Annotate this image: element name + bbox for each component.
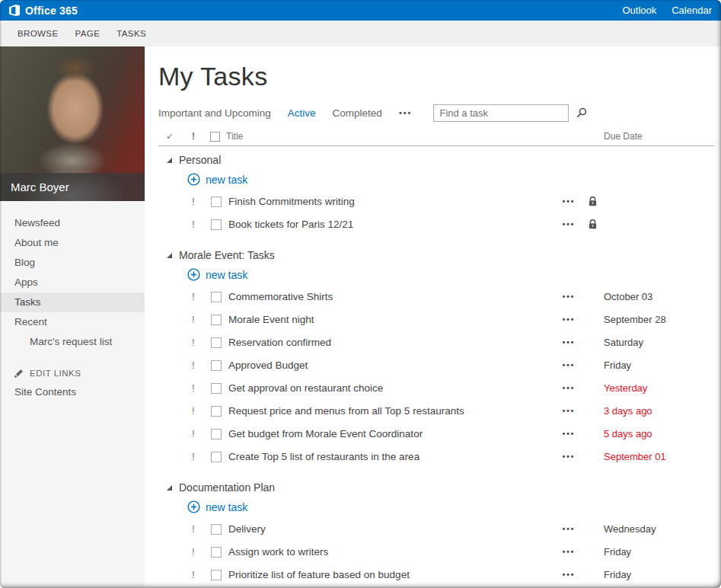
due-date: 3 days ago [604, 405, 714, 417]
priority-exclamation-icon: ! [192, 382, 211, 394]
view-active[interactable]: Active [288, 107, 316, 119]
group-header[interactable]: Morale Event: Tasks [158, 246, 714, 264]
new-task-button[interactable]: new task [158, 264, 714, 285]
task-checkbox[interactable] [211, 292, 222, 302]
task-checkbox[interactable] [211, 524, 222, 535]
task-checkbox[interactable] [211, 570, 222, 580]
task-menu-ellipsis[interactable]: ••• [556, 384, 582, 392]
task-menu-ellipsis[interactable]: ••• [556, 315, 582, 324]
task-menu-ellipsis[interactable]: ••• [556, 292, 582, 301]
view-important-upcoming[interactable]: Important and Upcoming [158, 107, 271, 119]
view-selector-row: Important and Upcoming Active Completed … [158, 104, 714, 122]
task-checkbox[interactable] [211, 315, 222, 325]
ribbon-tab-browse[interactable]: BROWSE [9, 29, 67, 38]
task-checkbox[interactable] [211, 360, 222, 371]
task-menu-ellipsis[interactable]: ••• [556, 197, 582, 206]
new-task-button[interactable]: new task [158, 497, 714, 517]
task-menu-ellipsis[interactable]: ••• [556, 525, 582, 533]
task-title[interactable]: Approved Budget [228, 360, 556, 371]
title-column-header[interactable]: Title [226, 131, 556, 142]
task-menu-ellipsis[interactable]: ••• [556, 338, 582, 347]
due-date: 5 days ago [604, 428, 714, 439]
search-input[interactable] [434, 107, 576, 119]
group-title: Morale Event: Tasks [179, 249, 275, 261]
lock-icon [582, 219, 604, 229]
ribbon-tab-page[interactable]: PAGE [67, 29, 109, 38]
task-checkbox[interactable] [211, 337, 222, 348]
priority-column-icon[interactable]: ! [192, 131, 210, 142]
collapse-triangle-icon[interactable] [167, 485, 179, 491]
task-title[interactable]: Get budget from Morale Event Coordinator [228, 428, 556, 439]
task-title[interactable]: Morale Event night [228, 314, 556, 325]
select-all-checkbox[interactable] [210, 132, 220, 142]
sidebar-item-newsfeed[interactable]: Newsfeed [0, 213, 145, 233]
group-header[interactable]: Personal [158, 151, 714, 169]
view-completed[interactable]: Completed [333, 107, 382, 119]
content-area: Marc Boyer Newsfeed About me Blog Apps T… [0, 46, 721, 588]
task-row: !Commemorative Shirts•••October 03 [158, 285, 714, 308]
task-menu-ellipsis[interactable]: ••• [556, 452, 582, 461]
task-checkbox-cell [211, 313, 228, 324]
task-group: Documentation Plannew task!Delivery•••We… [158, 478, 714, 586]
task-title[interactable]: Request price and menus from all Top 5 r… [228, 405, 556, 417]
user-photo: Marc Boyer [0, 46, 145, 201]
lock-icon [582, 197, 604, 206]
edit-links-label: EDIT LINKS [30, 369, 81, 378]
task-title[interactable]: Finish Commitments writing [228, 196, 556, 207]
new-task-button[interactable]: new task [158, 169, 714, 190]
task-title[interactable]: Prioritize list of feature based on budg… [228, 569, 556, 580]
new-task-label: new task [206, 269, 247, 281]
task-checkbox[interactable] [211, 406, 222, 417]
task-menu-ellipsis[interactable]: ••• [556, 407, 582, 415]
office365-tasks-page: Office 365 Outlook Calendar BROWSE PAGE … [0, 0, 721, 588]
edit-links-button[interactable]: EDIT LINKS [0, 369, 145, 378]
task-menu-ellipsis[interactable]: ••• [556, 430, 582, 438]
task-checkbox[interactable] [211, 429, 222, 439]
task-checkbox[interactable] [211, 547, 222, 558]
task-menu-ellipsis[interactable]: ••• [556, 570, 582, 579]
task-menu-ellipsis[interactable]: ••• [556, 220, 582, 228]
collapse-triangle-icon[interactable] [167, 253, 179, 258]
task-checkbox[interactable] [211, 383, 222, 394]
task-title[interactable]: Get approval on restaurant choice [228, 382, 556, 394]
page-title: My Tasks [158, 62, 714, 91]
collapse-triangle-icon[interactable] [167, 158, 179, 163]
group-header[interactable]: Documentation Plan [158, 478, 714, 497]
sidebar-item-apps[interactable]: Apps [0, 273, 145, 292]
sidebar-item-blog[interactable]: Blog [0, 253, 145, 273]
task-row: !Prioritize list of feature based on bud… [158, 563, 714, 586]
task-menu-ellipsis[interactable]: ••• [556, 361, 582, 369]
select-all-checkmark-icon[interactable]: ✓ [166, 131, 192, 142]
suite-link-calendar[interactable]: Calendar [672, 5, 712, 16]
more-views-ellipsis[interactable]: ••• [399, 108, 413, 117]
sidebar-item-site-contents[interactable]: Site Contents [0, 382, 145, 402]
task-checkbox[interactable] [211, 197, 222, 207]
search-icon[interactable] [576, 107, 587, 118]
task-title[interactable]: Reservation confirmed [228, 337, 556, 348]
brand-label: Office 365 [25, 5, 78, 17]
suite-link-outlook[interactable]: Outlook [622, 5, 656, 16]
due-date: Wednesday [604, 523, 714, 535]
priority-exclamation-icon: ! [192, 360, 211, 371]
due-date-column-header[interactable]: Due Date [604, 131, 714, 142]
task-checkbox[interactable] [211, 219, 222, 230]
task-title[interactable]: Create Top 5 list of restaurants in the … [228, 451, 556, 462]
task-title[interactable]: Commemorative Shirts [228, 291, 556, 302]
task-group: Personalnew task!Finish Commitments writ… [158, 151, 714, 235]
sidebar-item-marcs-request-list[interactable]: Marc's request list [0, 332, 145, 352]
office365-brand[interactable]: Office 365 [8, 5, 78, 17]
ribbon-tab-tasks[interactable]: TASKS [108, 29, 155, 38]
task-checkbox-cell [211, 359, 228, 370]
sidebar-item-recent[interactable]: Recent [0, 312, 145, 332]
due-date: September 28 [604, 314, 714, 325]
sidebar-item-about-me[interactable]: About me [0, 233, 145, 253]
task-title[interactable]: Delivery [228, 523, 556, 535]
task-title[interactable]: Assign work to writers [228, 546, 556, 558]
sidebar-item-tasks[interactable]: Tasks [0, 292, 145, 312]
group-title: Personal [179, 154, 221, 166]
task-menu-ellipsis[interactable]: ••• [556, 548, 582, 556]
due-date: Friday [604, 546, 714, 558]
task-row: !Assign work to writers•••Friday [158, 540, 714, 563]
task-title[interactable]: Book tickets for Paris 12/21 [228, 219, 556, 230]
task-checkbox[interactable] [211, 452, 222, 462]
